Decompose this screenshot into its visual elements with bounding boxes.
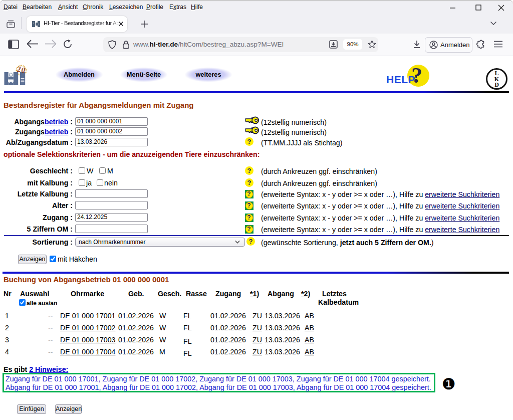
svg-text:0: 0 [22,66,26,74]
svg-text:2: 2 [17,65,21,73]
